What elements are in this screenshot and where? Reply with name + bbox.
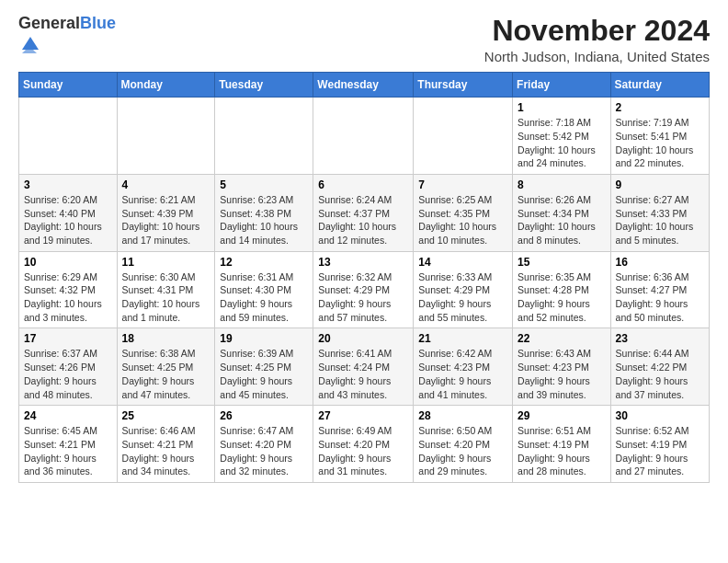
day-number: 21	[418, 332, 507, 345]
day-number: 27	[318, 409, 408, 422]
calendar-cell: 16Sunrise: 6:36 AMSunset: 4:27 PMDayligh…	[610, 251, 709, 328]
day-detail: Sunrise: 6:38 AMSunset: 4:25 PMDaylight:…	[122, 347, 210, 401]
day-detail: Sunrise: 6:47 AMSunset: 4:20 PMDaylight:…	[220, 424, 308, 478]
day-detail: Sunrise: 6:23 AMSunset: 4:38 PMDaylight:…	[220, 193, 308, 247]
calendar-cell	[215, 98, 313, 175]
calendar-cell: 11Sunrise: 6:30 AMSunset: 4:31 PMDayligh…	[117, 251, 215, 328]
svg-marker-1	[22, 50, 37, 53]
calendar-header: SundayMondayTuesdayWednesdayThursdayFrid…	[19, 73, 710, 98]
day-number: 24	[24, 409, 112, 422]
day-number: 22	[518, 332, 606, 345]
day-detail: Sunrise: 6:45 AMSunset: 4:21 PMDaylight:…	[24, 424, 112, 478]
day-number: 13	[318, 256, 408, 269]
calendar-cell: 26Sunrise: 6:47 AMSunset: 4:20 PMDayligh…	[215, 406, 313, 483]
day-number: 11	[122, 256, 210, 269]
day-number: 3	[24, 178, 112, 191]
day-number: 17	[24, 332, 112, 345]
weekday-header-sunday: Sunday	[19, 73, 118, 98]
calendar-cell: 28Sunrise: 6:50 AMSunset: 4:20 PMDayligh…	[414, 406, 513, 483]
calendar-week-row: 1Sunrise: 7:18 AMSunset: 5:42 PMDaylight…	[19, 98, 710, 175]
day-number: 16	[616, 256, 704, 269]
calendar-cell: 10Sunrise: 6:29 AMSunset: 4:32 PMDayligh…	[19, 251, 118, 328]
weekday-header-friday: Friday	[513, 73, 611, 98]
calendar-cell: 4Sunrise: 6:21 AMSunset: 4:39 PMDaylight…	[117, 174, 215, 251]
day-detail: Sunrise: 6:42 AMSunset: 4:23 PMDaylight:…	[418, 347, 507, 401]
day-detail: Sunrise: 6:35 AMSunset: 4:28 PMDaylight:…	[518, 270, 606, 325]
weekday-header-tuesday: Tuesday	[215, 73, 313, 98]
weekday-header-thursday: Thursday	[414, 73, 513, 98]
calendar-cell	[117, 98, 215, 175]
day-detail: Sunrise: 6:50 AMSunset: 4:20 PMDaylight:…	[418, 424, 507, 478]
day-detail: Sunrise: 6:43 AMSunset: 4:23 PMDaylight:…	[518, 347, 606, 401]
weekday-header-saturday: Saturday	[610, 73, 709, 98]
day-detail: Sunrise: 6:33 AMSunset: 4:29 PMDaylight:…	[418, 270, 507, 325]
day-number: 14	[418, 256, 507, 269]
calendar-cell: 3Sunrise: 6:20 AMSunset: 4:40 PMDaylight…	[19, 174, 118, 251]
day-number: 29	[518, 409, 606, 422]
day-detail: Sunrise: 6:36 AMSunset: 4:27 PMDaylight:…	[616, 270, 704, 325]
day-number: 19	[220, 332, 308, 345]
day-detail: Sunrise: 6:39 AMSunset: 4:25 PMDaylight:…	[220, 347, 308, 401]
day-number: 20	[318, 332, 408, 345]
day-detail: Sunrise: 6:24 AMSunset: 4:37 PMDaylight:…	[318, 193, 408, 247]
day-number: 23	[616, 332, 704, 345]
logo-blue-text: Blue	[80, 14, 116, 32]
day-detail: Sunrise: 6:32 AMSunset: 4:29 PMDaylight:…	[318, 270, 408, 325]
calendar-cell: 21Sunrise: 6:42 AMSunset: 4:23 PMDayligh…	[414, 328, 513, 406]
calendar-cell: 12Sunrise: 6:31 AMSunset: 4:30 PMDayligh…	[215, 251, 313, 328]
day-detail: Sunrise: 6:41 AMSunset: 4:24 PMDaylight:…	[318, 347, 408, 401]
svg-marker-0	[22, 37, 39, 50]
logo: GeneralBlue	[18, 15, 116, 57]
calendar-cell: 19Sunrise: 6:39 AMSunset: 4:25 PMDayligh…	[215, 328, 313, 406]
calendar-cell: 29Sunrise: 6:51 AMSunset: 4:19 PMDayligh…	[513, 406, 611, 483]
calendar-cell	[313, 98, 414, 175]
day-detail: Sunrise: 6:52 AMSunset: 4:19 PMDaylight:…	[616, 424, 704, 478]
logo-general-text: General	[18, 14, 80, 32]
day-detail: Sunrise: 7:18 AMSunset: 5:42 PMDaylight:…	[518, 116, 606, 170]
day-number: 18	[122, 332, 210, 345]
location-title: North Judson, Indiana, United States	[484, 49, 710, 64]
day-detail: Sunrise: 6:27 AMSunset: 4:33 PMDaylight:…	[616, 193, 704, 247]
calendar-cell: 8Sunrise: 6:26 AMSunset: 4:34 PMDaylight…	[513, 174, 611, 251]
day-detail: Sunrise: 7:19 AMSunset: 5:41 PMDaylight:…	[616, 116, 704, 170]
logo-icon	[20, 33, 40, 53]
title-area: November 2024 North Judson, Indiana, Uni…	[484, 15, 710, 64]
calendar-cell: 18Sunrise: 6:38 AMSunset: 4:25 PMDayligh…	[117, 328, 215, 406]
day-number: 28	[418, 409, 507, 422]
calendar-cell: 22Sunrise: 6:43 AMSunset: 4:23 PMDayligh…	[513, 328, 611, 406]
calendar-cell: 25Sunrise: 6:46 AMSunset: 4:21 PMDayligh…	[117, 406, 215, 483]
month-title: November 2024	[484, 15, 710, 47]
day-number: 5	[220, 178, 308, 191]
day-number: 7	[418, 178, 507, 191]
calendar-week-row: 3Sunrise: 6:20 AMSunset: 4:40 PMDaylight…	[19, 174, 710, 251]
calendar-table: SundayMondayTuesdayWednesdayThursdayFrid…	[18, 72, 710, 483]
day-detail: Sunrise: 6:21 AMSunset: 4:39 PMDaylight:…	[122, 193, 210, 247]
calendar-cell: 24Sunrise: 6:45 AMSunset: 4:21 PMDayligh…	[19, 406, 118, 483]
weekday-header-row: SundayMondayTuesdayWednesdayThursdayFrid…	[19, 73, 710, 98]
day-detail: Sunrise: 6:37 AMSunset: 4:26 PMDaylight:…	[24, 347, 112, 401]
day-detail: Sunrise: 6:31 AMSunset: 4:30 PMDaylight:…	[220, 270, 308, 325]
calendar-week-row: 10Sunrise: 6:29 AMSunset: 4:32 PMDayligh…	[19, 251, 710, 328]
day-number: 2	[616, 101, 704, 114]
calendar-cell: 5Sunrise: 6:23 AMSunset: 4:38 PMDaylight…	[215, 174, 313, 251]
calendar-cell	[414, 98, 513, 175]
calendar-cell: 23Sunrise: 6:44 AMSunset: 4:22 PMDayligh…	[610, 328, 709, 406]
day-detail: Sunrise: 6:29 AMSunset: 4:32 PMDaylight:…	[24, 270, 112, 325]
calendar-week-row: 17Sunrise: 6:37 AMSunset: 4:26 PMDayligh…	[19, 328, 710, 406]
day-number: 30	[616, 409, 704, 422]
day-number: 10	[24, 256, 112, 269]
calendar-cell: 1Sunrise: 7:18 AMSunset: 5:42 PMDaylight…	[513, 98, 611, 175]
calendar-cell: 15Sunrise: 6:35 AMSunset: 4:28 PMDayligh…	[513, 251, 611, 328]
page-header: GeneralBlue November 2024 North Judson, …	[18, 15, 710, 64]
day-detail: Sunrise: 6:30 AMSunset: 4:31 PMDaylight:…	[122, 270, 210, 325]
day-detail: Sunrise: 6:51 AMSunset: 4:19 PMDaylight:…	[518, 424, 606, 478]
day-number: 8	[518, 178, 606, 191]
day-number: 15	[518, 256, 606, 269]
day-detail: Sunrise: 6:20 AMSunset: 4:40 PMDaylight:…	[24, 193, 112, 247]
day-number: 6	[318, 178, 408, 191]
calendar-cell: 17Sunrise: 6:37 AMSunset: 4:26 PMDayligh…	[19, 328, 118, 406]
calendar-cell: 6Sunrise: 6:24 AMSunset: 4:37 PMDaylight…	[313, 174, 414, 251]
day-number: 12	[220, 256, 308, 269]
calendar-cell: 20Sunrise: 6:41 AMSunset: 4:24 PMDayligh…	[313, 328, 414, 406]
day-detail: Sunrise: 6:26 AMSunset: 4:34 PMDaylight:…	[518, 193, 606, 247]
